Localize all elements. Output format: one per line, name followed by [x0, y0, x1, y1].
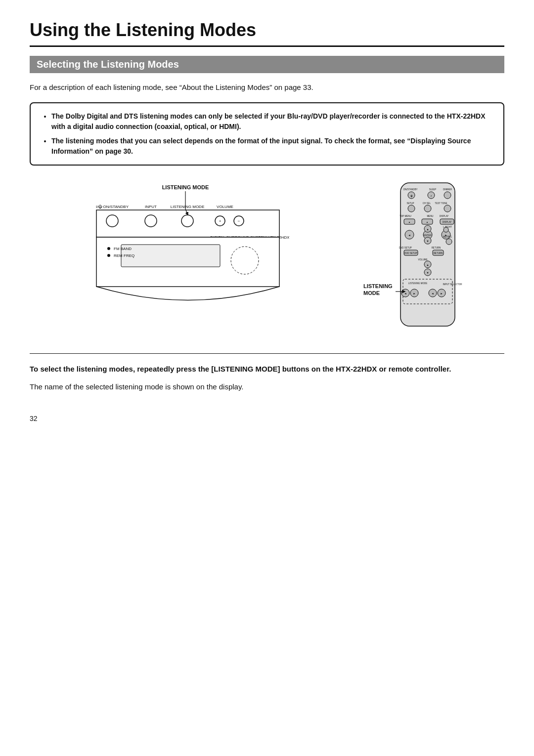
warning-item-2: The listening modes that you can select …: [51, 136, 492, 157]
instruction-bold: To select the listening modes, repeatedl…: [30, 364, 504, 375]
svg-text:CH SEL: CH SEL: [423, 202, 431, 205]
svg-point-17: [107, 247, 110, 250]
svg-text:RETURN: RETURN: [432, 247, 441, 249]
svg-point-54: [444, 227, 448, 232]
svg-text:▲: ▲: [426, 263, 429, 266]
svg-text:TEST TONE: TEST TONE: [435, 202, 447, 205]
diagram-row: LISTENING MODE I/⏻ ON/STANDBY INPUT LIST…: [30, 180, 504, 338]
svg-text:ON/STANDBY: ON/STANDBY: [403, 188, 418, 191]
svg-text:▲: ▲: [426, 221, 428, 223]
svg-text:INPUT: INPUT: [145, 205, 157, 209]
remote-diagram: ON/STANDBY SLEEP DIMMER ⏻ z SETUP CH SEL…: [356, 180, 504, 338]
svg-rect-16: [121, 245, 220, 267]
warning-box: The Dolby Digital and DTS listening mode…: [30, 102, 504, 166]
svg-text:TOP MENU: TOP MENU: [400, 215, 411, 217]
svg-point-35: [408, 205, 415, 212]
divider: [30, 353, 504, 354]
svg-text:RETURN: RETURN: [434, 252, 443, 254]
svg-text:LISTENING: LISTENING: [363, 283, 393, 289]
svg-text:◄: ◄: [404, 292, 406, 295]
svg-point-9: [181, 215, 193, 227]
svg-text:MENU: MENU: [427, 215, 433, 217]
section-heading: Selecting the Listening Modes: [30, 56, 504, 73]
svg-text:INPUT SELECTOR: INPUT SELECTOR: [443, 283, 463, 286]
svg-text:SETUP: SETUP: [406, 202, 414, 205]
svg-text:REM FREQ: REM FREQ: [114, 253, 134, 258]
svg-point-8: [145, 215, 157, 227]
svg-text:−: −: [238, 219, 240, 223]
svg-text:▲: ▲: [408, 221, 410, 223]
svg-point-37: [444, 205, 451, 212]
svg-text:DVD SETUP: DVD SETUP: [399, 247, 412, 249]
svg-point-19: [107, 254, 110, 257]
svg-text:DVD SETUP: DVD SETUP: [404, 252, 417, 254]
svg-text:VOLUME: VOLUME: [217, 205, 233, 209]
svg-text:◄: ◄: [408, 234, 410, 237]
front-panel-diagram: LISTENING MODE I/⏻ ON/STANDBY INPUT LIST…: [30, 180, 341, 319]
svg-point-36: [424, 205, 431, 212]
svg-text:MUTING: MUTING: [443, 236, 452, 238]
intro-text: For a description of each listening mode…: [30, 82, 504, 93]
page-number: 32: [30, 415, 38, 422]
svg-text:VOLUME: VOLUME: [418, 258, 427, 261]
svg-text:▼: ▼: [426, 271, 429, 274]
page-title: Using the Listening Modes: [30, 20, 504, 47]
svg-text:DIMMER: DIMMER: [443, 188, 452, 191]
svg-text:MODE: MODE: [363, 290, 380, 296]
svg-text:I/⏻ ON/STANDBY: I/⏻ ON/STANDBY: [96, 205, 129, 209]
svg-text:▲: ▲: [426, 228, 429, 231]
remote-svg: ON/STANDBY SLEEP DIMMER ⏻ z SETUP CH SEL…: [356, 180, 504, 338]
svg-text:LISTENING MODE: LISTENING MODE: [408, 282, 428, 285]
svg-point-60: [446, 239, 452, 245]
svg-text:►: ►: [440, 292, 443, 295]
svg-text:⏻: ⏻: [410, 195, 413, 197]
svg-text:▼: ▼: [426, 240, 429, 243]
svg-text:FM BAND: FM BAND: [114, 247, 132, 251]
svg-point-31: [444, 192, 451, 199]
svg-text:DISPLAY: DISPLAY: [443, 221, 452, 223]
instruction-normal: The name of the selected listening mode …: [30, 381, 504, 393]
warning-item-1: The Dolby Digital and DTS listening mode…: [51, 111, 492, 132]
svg-text:SLEEP: SLEEP: [429, 188, 437, 191]
svg-text:LISTENING MODE: LISTENING MODE: [162, 184, 209, 190]
svg-text:◄: ◄: [431, 292, 434, 295]
svg-text:+: +: [219, 219, 222, 223]
svg-point-7: [106, 215, 118, 227]
svg-text:►: ►: [413, 292, 415, 295]
svg-text:LISTENING MODE: LISTENING MODE: [171, 205, 204, 209]
footer: 32: [30, 393, 504, 422]
svg-text:DISPLAY: DISPLAY: [440, 215, 449, 217]
front-panel-svg: LISTENING MODE I/⏻ ON/STANDBY INPUT LIST…: [82, 180, 289, 319]
svg-text:ENTER: ENTER: [424, 234, 432, 237]
